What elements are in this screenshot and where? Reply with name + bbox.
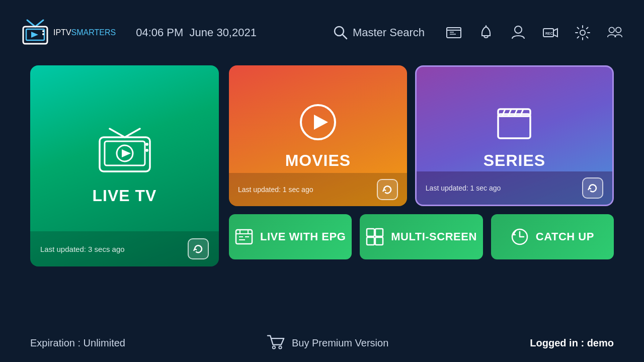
datetime: 04:06 PM June 30,2021 <box>136 26 257 39</box>
movies-refresh[interactable] <box>377 179 398 200</box>
epg-button[interactable]: LIVE WITH EPG <box>229 214 352 259</box>
refresh-icon <box>193 243 204 254</box>
svg-point-18 <box>580 30 585 35</box>
right-column: MOVIES Last updated: 1 sec ago <box>229 65 614 277</box>
svg-line-0 <box>27 20 35 27</box>
svg-rect-47 <box>367 237 374 245</box>
live-tv-icon <box>95 127 155 177</box>
notification-button[interactable] <box>477 24 495 42</box>
live-tv-footer: Last updated: 3 secs ago <box>30 231 219 266</box>
logged-in-prefix: Logged in : <box>530 337 587 348</box>
series-card[interactable]: SERIES Last updated: 1 sec ago <box>415 65 614 206</box>
expiration-text: Expiration : Unlimited <box>30 337 125 349</box>
switch-user-button[interactable] <box>606 24 624 42</box>
catchup-icon <box>511 228 529 246</box>
multiscreen-button[interactable]: MULTI-SCREEN <box>360 214 482 259</box>
cart-icon <box>267 334 285 352</box>
svg-marker-26 <box>122 149 131 157</box>
svg-line-1 <box>35 20 43 27</box>
header-icons: REC <box>445 24 624 42</box>
series-footer: Last updated: 1 sec ago <box>417 171 612 205</box>
svg-point-5 <box>42 30 44 32</box>
logo: IPTVSMARTERS <box>20 18 116 48</box>
movies-play-icon <box>298 102 338 142</box>
logo-text: IPTVSMARTERS <box>53 28 116 37</box>
logo-iptv: IPTV <box>53 28 71 37</box>
main-content: LIVE TV Last updated: 3 secs ago MOVIES <box>0 65 644 277</box>
catchup-label: CATCH UP <box>536 230 594 243</box>
refresh-icon <box>587 183 598 194</box>
svg-rect-9 <box>447 28 461 38</box>
series-title: SERIES <box>484 151 545 170</box>
svg-point-28 <box>145 149 148 152</box>
live-tv-update: Last updated: 3 secs ago <box>40 245 125 253</box>
svg-marker-4 <box>31 32 38 38</box>
svg-text:REC: REC <box>545 32 553 35</box>
top-cards: MOVIES Last updated: 1 sec ago <box>229 65 614 206</box>
live-tv-card[interactable]: LIVE TV Last updated: 3 secs ago <box>30 65 219 266</box>
svg-rect-46 <box>375 229 383 236</box>
svg-line-33 <box>502 109 505 116</box>
catchup-button[interactable]: CATCH UP <box>491 214 614 259</box>
svg-point-6 <box>42 33 44 35</box>
movies-footer: Last updated: 1 sec ago <box>229 173 407 206</box>
logo-smarters: SMARTERS <box>71 28 116 37</box>
svg-rect-45 <box>367 229 374 236</box>
current-date: June 30,2021 <box>190 26 257 39</box>
multiscreen-icon <box>366 228 384 246</box>
series-icon <box>494 102 534 142</box>
profile-button[interactable] <box>509 24 527 42</box>
svg-point-20 <box>616 27 621 33</box>
series-update: Last updated: 1 sec ago <box>426 184 501 192</box>
svg-rect-48 <box>375 237 383 245</box>
svg-line-21 <box>110 129 125 137</box>
svg-marker-16 <box>553 29 557 37</box>
svg-point-51 <box>279 346 281 348</box>
epg-button[interactable] <box>445 24 463 42</box>
svg-point-27 <box>145 143 148 146</box>
movies-update: Last updated: 1 sec ago <box>238 186 313 194</box>
buy-premium-button[interactable]: Buy Premium Version <box>267 334 388 352</box>
logged-in-text: Logged in : demo <box>530 337 614 349</box>
svg-marker-30 <box>314 115 328 130</box>
settings-button[interactable] <box>574 24 592 42</box>
svg-point-14 <box>515 26 522 33</box>
svg-rect-38 <box>236 230 252 244</box>
svg-line-34 <box>508 109 511 116</box>
svg-point-50 <box>273 346 275 348</box>
epg-label: LIVE WITH EPG <box>260 230 346 243</box>
page-footer: Expiration : Unlimited Buy Premium Versi… <box>0 334 644 352</box>
refresh-icon <box>382 184 393 195</box>
record-button[interactable]: REC <box>541 24 559 42</box>
svg-line-35 <box>514 109 517 116</box>
logo-icon <box>20 18 50 48</box>
current-time: 04:06 PM <box>136 26 183 39</box>
svg-line-22 <box>125 129 140 137</box>
header: IPTVSMARTERS 04:06 PM June 30,2021 Maste… <box>0 0 644 65</box>
live-tv-refresh[interactable] <box>188 238 209 259</box>
epg-icon <box>235 228 253 246</box>
search-label: Master Search <box>353 26 425 39</box>
svg-point-19 <box>609 27 614 33</box>
live-tv-title: LIVE TV <box>93 187 157 205</box>
movies-title: MOVIES <box>285 151 351 170</box>
search-icon <box>333 25 349 41</box>
buy-premium-label: Buy Premium Version <box>292 337 388 349</box>
logged-in-user: demo <box>587 337 614 348</box>
search-button[interactable]: Master Search <box>333 25 425 41</box>
svg-line-36 <box>520 109 523 116</box>
svg-rect-31 <box>498 114 530 138</box>
bottom-buttons: LIVE WITH EPG MULTI-SCREEN CAT <box>229 214 614 259</box>
movies-card[interactable]: MOVIES Last updated: 1 sec ago <box>229 65 407 206</box>
multiscreen-label: MULTI-SCREEN <box>391 230 477 243</box>
series-refresh[interactable] <box>582 177 603 199</box>
svg-line-8 <box>343 35 347 39</box>
